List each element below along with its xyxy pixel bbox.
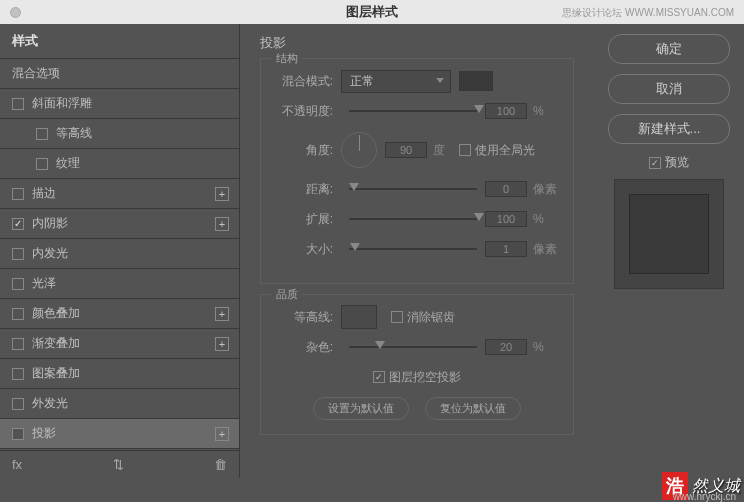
distance-slider[interactable] xyxy=(349,188,477,190)
add-effect-icon[interactable]: + xyxy=(215,187,229,201)
spread-unit: % xyxy=(533,212,559,226)
size-row: 大小: 1 像素 xyxy=(275,239,559,259)
blending-options-item[interactable]: 混合选项 xyxy=(0,59,239,89)
knockout-label: 图层挖空投影 xyxy=(389,369,461,386)
style-label: 投影 xyxy=(32,425,56,442)
blending-options-label: 混合选项 xyxy=(12,65,60,82)
angle-dial[interactable] xyxy=(341,132,377,168)
section-title: 投影 xyxy=(260,34,574,52)
style-label: 外发光 xyxy=(32,395,68,412)
style-label: 渐变叠加 xyxy=(32,335,80,352)
watermark-url: www.hryckj.cn xyxy=(673,491,736,502)
window-control-dot[interactable] xyxy=(10,7,21,18)
spread-row: 扩展: 100 % xyxy=(275,209,559,229)
style-item[interactable]: 纹理 xyxy=(0,149,239,179)
size-label: 大小: xyxy=(275,241,333,258)
opacity-row: 不透明度: 100 % xyxy=(275,101,559,121)
quality-fieldset: 品质 等高线: 消除锯齿 杂色: 20 % 图层挖空投影 设置为默认值 复位为默… xyxy=(260,294,574,435)
noise-row: 杂色: 20 % xyxy=(275,337,559,357)
distance-input[interactable]: 0 xyxy=(485,181,527,197)
style-item[interactable]: 投影+ xyxy=(0,419,239,449)
style-label: 图案叠加 xyxy=(32,365,80,382)
ok-button[interactable]: 确定 xyxy=(608,34,730,64)
style-checkbox[interactable] xyxy=(12,428,24,440)
spread-slider[interactable] xyxy=(349,218,477,220)
angle-row: 角度: 90 度 使用全局光 xyxy=(275,131,559,169)
add-effect-icon[interactable]: + xyxy=(215,337,229,351)
style-item[interactable]: 描边+ xyxy=(0,179,239,209)
style-checkbox[interactable] xyxy=(12,218,24,230)
size-input[interactable]: 1 xyxy=(485,241,527,257)
noise-input[interactable]: 20 xyxy=(485,339,527,355)
style-checkbox[interactable] xyxy=(12,278,24,290)
style-item[interactable]: 光泽 xyxy=(0,269,239,299)
add-effect-icon[interactable]: + xyxy=(215,427,229,441)
main-container: 样式 混合选项 斜面和浮雕等高线纹理描边+内阴影+内发光光泽颜色叠加+渐变叠加+… xyxy=(0,24,744,478)
style-checkbox[interactable] xyxy=(12,248,24,260)
style-item[interactable]: 等高线 xyxy=(0,119,239,149)
antialias-checkbox[interactable] xyxy=(391,311,403,323)
spread-label: 扩展: xyxy=(275,211,333,228)
preview-row: 预览 xyxy=(608,154,730,171)
knockout-row: 图层挖空投影 xyxy=(275,367,559,387)
global-light-checkbox[interactable] xyxy=(459,144,471,156)
angle-input[interactable]: 90 xyxy=(385,142,427,158)
style-checkbox[interactable] xyxy=(12,398,24,410)
preview-box xyxy=(614,179,724,289)
angle-label: 角度: xyxy=(275,142,333,159)
set-default-button[interactable]: 设置为默认值 xyxy=(313,397,409,420)
style-list: 混合选项 斜面和浮雕等高线纹理描边+内阴影+内发光光泽颜色叠加+渐变叠加+图案叠… xyxy=(0,59,239,450)
styles-footer: fx ⇅ 🗑 xyxy=(0,450,239,478)
knockout-checkbox[interactable] xyxy=(373,371,385,383)
preview-inner xyxy=(629,194,709,274)
style-checkbox[interactable] xyxy=(36,158,48,170)
opacity-input[interactable]: 100 xyxy=(485,103,527,119)
style-item[interactable]: 渐变叠加+ xyxy=(0,329,239,359)
distance-row: 距离: 0 像素 xyxy=(275,179,559,199)
style-checkbox[interactable] xyxy=(12,368,24,380)
cancel-button[interactable]: 取消 xyxy=(608,74,730,104)
style-item[interactable]: 斜面和浮雕 xyxy=(0,89,239,119)
shadow-color-swatch[interactable] xyxy=(459,71,493,91)
blend-mode-dropdown[interactable]: 正常 xyxy=(341,70,451,93)
style-label: 颜色叠加 xyxy=(32,305,80,322)
style-checkbox[interactable] xyxy=(12,308,24,320)
opacity-slider[interactable] xyxy=(349,110,477,112)
style-label: 纹理 xyxy=(56,155,80,172)
style-item[interactable]: 图案叠加 xyxy=(0,359,239,389)
style-checkbox[interactable] xyxy=(12,338,24,350)
settings-panel: 投影 结构 混合模式: 正常 不透明度: 100 % 角度: 90 度 使用全局… xyxy=(240,24,594,478)
reset-default-button[interactable]: 复位为默认值 xyxy=(425,397,521,420)
size-slider[interactable] xyxy=(349,248,477,250)
style-item[interactable]: 颜色叠加+ xyxy=(0,299,239,329)
blend-mode-label: 混合模式: xyxy=(275,73,333,90)
trash-button[interactable]: 🗑 xyxy=(214,457,227,472)
style-label: 内发光 xyxy=(32,245,68,262)
structure-legend: 结构 xyxy=(271,51,303,66)
style-item[interactable]: 内阴影+ xyxy=(0,209,239,239)
style-label: 内阴影 xyxy=(32,215,68,232)
arrange-button[interactable]: ⇅ xyxy=(113,457,124,472)
global-light-label: 使用全局光 xyxy=(475,142,535,159)
fx-button[interactable]: fx xyxy=(12,457,22,472)
preview-checkbox[interactable] xyxy=(649,157,661,169)
new-style-button[interactable]: 新建样式... xyxy=(608,114,730,144)
style-checkbox[interactable] xyxy=(36,128,48,140)
styles-panel: 样式 混合选项 斜面和浮雕等高线纹理描边+内阴影+内发光光泽颜色叠加+渐变叠加+… xyxy=(0,24,240,478)
style-item[interactable]: 内发光 xyxy=(0,239,239,269)
add-effect-icon[interactable]: + xyxy=(215,217,229,231)
style-checkbox[interactable] xyxy=(12,188,24,200)
distance-label: 距离: xyxy=(275,181,333,198)
watermark-top: 思缘设计论坛 WWW.MISSYUAN.COM xyxy=(562,6,734,20)
spread-input[interactable]: 100 xyxy=(485,211,527,227)
style-label: 斜面和浮雕 xyxy=(32,95,92,112)
antialias-label: 消除锯齿 xyxy=(407,309,455,326)
style-item[interactable]: 外发光 xyxy=(0,389,239,419)
angle-unit: 度 xyxy=(433,142,459,159)
noise-slider[interactable] xyxy=(349,346,477,348)
style-checkbox[interactable] xyxy=(12,98,24,110)
blend-mode-row: 混合模式: 正常 xyxy=(275,71,559,91)
add-effect-icon[interactable]: + xyxy=(215,307,229,321)
contour-row: 等高线: 消除锯齿 xyxy=(275,307,559,327)
contour-picker[interactable] xyxy=(341,305,377,329)
